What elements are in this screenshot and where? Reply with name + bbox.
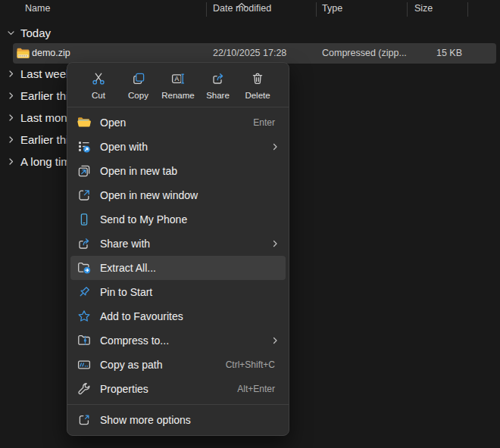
delete-button[interactable]: Delete bbox=[239, 70, 277, 101]
menu-item-label: Share with bbox=[100, 238, 270, 250]
chevron-down-icon bbox=[7, 29, 15, 37]
chevron-right-icon bbox=[7, 92, 15, 100]
chevron-right-icon bbox=[7, 135, 15, 144]
menu-item-shortcut: Ctrl+Shift+C bbox=[226, 359, 275, 370]
file-row-demo-zip[interactable]: demo.zip 22/10/2025 17:28 Compressed (zi… bbox=[13, 43, 496, 64]
menu-item-label: Open with bbox=[100, 141, 270, 153]
column-divider[interactable] bbox=[467, 2, 468, 17]
command-label: Delete bbox=[245, 91, 270, 100]
file-type: Compressed (zipp... bbox=[322, 48, 407, 58]
column-divider[interactable] bbox=[407, 2, 408, 17]
delete-icon bbox=[250, 71, 265, 88]
chevron-right-icon bbox=[270, 239, 280, 248]
menu-item-label: Properties bbox=[100, 383, 237, 395]
menu-item-compress-to[interactable]: Compress to... bbox=[70, 328, 286, 353]
svg-text:A: A bbox=[175, 75, 180, 82]
open-new-tab-icon bbox=[77, 163, 92, 179]
open-new-window-icon bbox=[77, 188, 92, 203]
group-label: Today bbox=[20, 26, 51, 39]
column-divider[interactable] bbox=[206, 2, 207, 17]
phone-icon bbox=[77, 212, 92, 227]
command-label: Cut bbox=[92, 91, 105, 100]
share-icon bbox=[77, 236, 92, 251]
menu-separator bbox=[67, 107, 289, 107]
pin-icon bbox=[77, 285, 92, 300]
menu-item-pin-to-start[interactable]: Pin to Start bbox=[70, 280, 286, 304]
menu-item-label: Open bbox=[100, 117, 253, 129]
file-date-modified: 22/10/2025 17:28 bbox=[213, 48, 286, 58]
copy-button[interactable]: Copy bbox=[120, 70, 158, 101]
extract-all-icon bbox=[77, 260, 92, 275]
rename-button[interactable]: A Rename bbox=[159, 70, 197, 101]
menu-item-label: Send to My Phone bbox=[100, 213, 281, 226]
menu-item-label: Add to Favourites bbox=[100, 310, 281, 322]
cut-button[interactable]: Cut bbox=[80, 70, 117, 101]
menu-item-add-to-favourites[interactable]: Add to Favourites bbox=[70, 304, 286, 328]
menu-item-label: Copy as path bbox=[100, 359, 226, 371]
show-more-options-icon bbox=[77, 412, 92, 428]
context-menu: Cut Copy A bbox=[67, 62, 289, 436]
menu-item-label: Show more options bbox=[100, 414, 281, 426]
menu-item-show-more-options[interactable]: Show more options bbox=[70, 408, 286, 432]
group-header-last-week[interactable]: Last week bbox=[0, 64, 72, 82]
column-divider[interactable] bbox=[316, 2, 317, 17]
group-header-today[interactable]: Today bbox=[0, 23, 51, 42]
open-folder-icon bbox=[77, 115, 92, 130]
menu-separator bbox=[67, 404, 289, 405]
menu-item-label: Open in new window bbox=[100, 189, 281, 201]
command-label: Copy bbox=[128, 91, 148, 100]
file-size: 15 KB bbox=[436, 48, 462, 58]
command-label: Share bbox=[206, 91, 230, 100]
command-bar: Cut Copy A bbox=[70, 66, 286, 104]
column-header-size[interactable]: Size bbox=[414, 3, 433, 14]
column-header-name[interactable]: Name bbox=[25, 3, 50, 14]
zip-folder-icon bbox=[17, 48, 30, 61]
menu-item-open-in-new-window[interactable]: Open in new window bbox=[70, 183, 286, 207]
group-header-last-month[interactable]: Last month bbox=[0, 108, 77, 126]
wrench-icon bbox=[77, 381, 92, 397]
menu-item-open-in-new-tab[interactable]: Open in new tab bbox=[70, 159, 286, 183]
column-header-type[interactable]: Type bbox=[322, 3, 342, 14]
chevron-right-icon bbox=[270, 142, 280, 151]
open-with-icon bbox=[77, 139, 92, 154]
sort-ascending-icon bbox=[236, 0, 247, 11]
menu-item-label: Pin to Start bbox=[100, 286, 281, 298]
menu-item-label: Extract All... bbox=[100, 262, 281, 274]
file-explorer-window: Name Date modified Type Size Today demo.… bbox=[0, 0, 500, 448]
copy-path-icon bbox=[77, 357, 92, 372]
share-icon bbox=[211, 71, 226, 88]
menu-item-shortcut: Alt+Enter bbox=[237, 384, 275, 394]
menu-item-open-with[interactable]: Open with bbox=[70, 135, 286, 159]
menu-item-label: Compress to... bbox=[100, 334, 270, 347]
group-label: Last week bbox=[20, 67, 72, 80]
menu-item-copy-as-path[interactable]: Copy as path Ctrl+Shift+C bbox=[70, 353, 286, 377]
compress-folder-icon bbox=[77, 333, 92, 348]
chevron-right-icon bbox=[7, 114, 15, 122]
star-icon bbox=[77, 309, 92, 324]
menu-item-properties[interactable]: Properties Alt+Enter bbox=[70, 377, 286, 401]
file-name: demo.zip bbox=[32, 48, 70, 58]
cut-icon bbox=[91, 71, 106, 88]
command-label: Rename bbox=[161, 91, 194, 100]
menu-item-send-to-my-phone[interactable]: Send to My Phone bbox=[70, 207, 286, 232]
menu-item-extract-all[interactable]: Extract All... bbox=[70, 256, 286, 280]
chevron-right-icon bbox=[7, 157, 15, 166]
menu-item-open[interactable]: Open Enter bbox=[70, 110, 286, 135]
rename-icon: A bbox=[170, 71, 186, 88]
chevron-right-icon bbox=[270, 336, 280, 345]
menu-item-share-with[interactable]: Share with bbox=[70, 232, 286, 256]
copy-icon bbox=[131, 71, 146, 88]
share-button[interactable]: Share bbox=[199, 70, 237, 101]
menu-item-label: Open in new tab bbox=[100, 165, 281, 177]
chevron-right-icon bbox=[7, 70, 15, 78]
menu-item-shortcut: Enter bbox=[253, 117, 275, 128]
